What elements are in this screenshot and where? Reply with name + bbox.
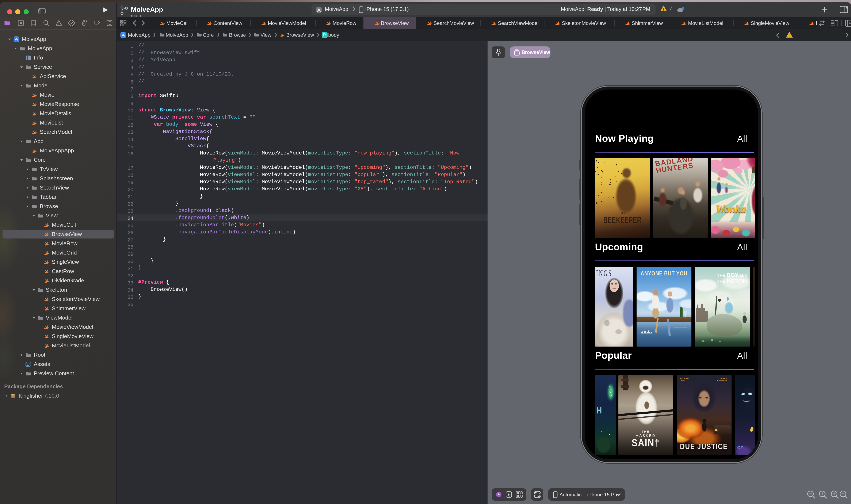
svg-text:1: 1: [821, 491, 823, 496]
